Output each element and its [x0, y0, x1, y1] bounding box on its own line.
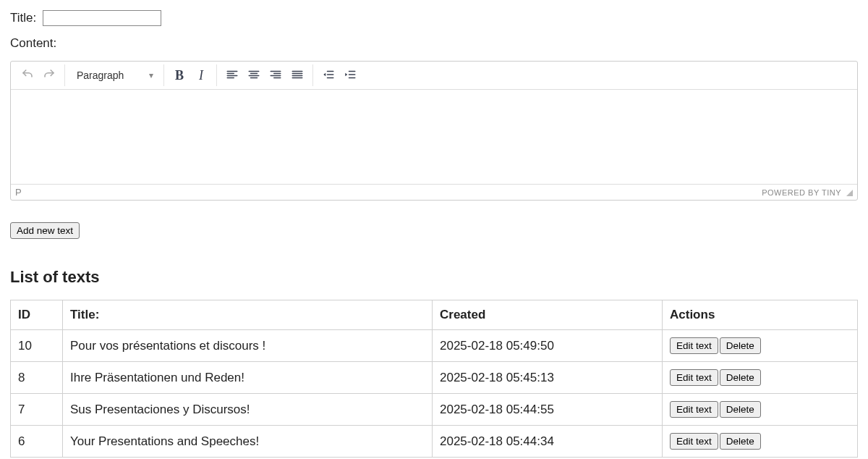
- redo-button[interactable]: [38, 64, 60, 86]
- format-select[interactable]: Paragraph ▾: [69, 64, 159, 86]
- cell-created: 2025-02-18 05:49:50: [433, 330, 663, 362]
- outdent-button[interactable]: [318, 64, 339, 86]
- col-header-title: Title:: [63, 300, 433, 330]
- align-right-icon: [269, 68, 282, 83]
- indent-icon: [344, 68, 357, 83]
- title-input[interactable]: [43, 10, 161, 26]
- cell-actions: Edit textDelete: [663, 362, 858, 394]
- powered-by-label: POWERED BY TINY: [762, 188, 841, 197]
- chevron-down-icon: ▾: [149, 70, 153, 80]
- cell-actions: Edit textDelete: [663, 394, 858, 426]
- cell-created: 2025-02-18 05:45:13: [433, 362, 663, 394]
- editor-statusbar: P POWERED BY TINY: [11, 184, 857, 200]
- delete-button[interactable]: Delete: [720, 337, 761, 354]
- editor-body[interactable]: [11, 90, 857, 184]
- delete-button[interactable]: Delete: [720, 433, 761, 450]
- redo-icon: [43, 68, 56, 83]
- edit-text-button[interactable]: Edit text: [670, 433, 718, 450]
- cell-actions: Edit textDelete: [663, 426, 858, 458]
- texts-table: ID Title: Created Actions 10Pour vos pré…: [10, 300, 858, 458]
- cell-title: Pour vos présentations et discours !: [63, 330, 433, 362]
- table-row: 8Ihre Präsentationen und Reden!2025-02-1…: [11, 362, 858, 394]
- align-center-icon: [247, 68, 260, 83]
- undo-button[interactable]: [17, 64, 38, 86]
- cell-actions: Edit textDelete: [663, 330, 858, 362]
- align-justify-icon: [291, 68, 304, 83]
- delete-button[interactable]: Delete: [720, 369, 761, 386]
- italic-icon: I: [199, 68, 203, 83]
- title-label: Title:: [10, 11, 36, 25]
- align-left-button[interactable]: [221, 64, 243, 86]
- rich-text-editor: Paragraph ▾ B I: [10, 61, 858, 201]
- edit-text-button[interactable]: Edit text: [670, 337, 718, 354]
- cell-id: 8: [11, 362, 63, 394]
- cell-created: 2025-02-18 05:44:55: [433, 394, 663, 426]
- content-label: Content:: [10, 36, 56, 50]
- bold-button[interactable]: B: [169, 64, 190, 86]
- col-header-id: ID: [11, 300, 63, 330]
- add-new-text-button[interactable]: Add new text: [10, 222, 80, 239]
- resize-handle-icon[interactable]: [846, 189, 853, 196]
- cell-title: Ihre Präsentationen und Reden!: [63, 362, 433, 394]
- align-right-button[interactable]: [265, 64, 286, 86]
- delete-button[interactable]: Delete: [720, 401, 761, 418]
- editor-toolbar: Paragraph ▾ B I: [11, 62, 857, 90]
- cell-id: 7: [11, 394, 63, 426]
- col-header-created: Created: [433, 300, 663, 330]
- align-center-button[interactable]: [243, 64, 265, 86]
- format-select-label: Paragraph: [77, 70, 124, 81]
- editor-element-path: P: [15, 187, 22, 198]
- table-row: 10Pour vos présentations et discours !20…: [11, 330, 858, 362]
- outdent-icon: [322, 68, 335, 83]
- align-left-icon: [226, 68, 239, 83]
- bold-icon: B: [175, 68, 184, 83]
- cell-id: 6: [11, 426, 63, 458]
- cell-id: 10: [11, 330, 63, 362]
- undo-icon: [21, 68, 34, 83]
- edit-text-button[interactable]: Edit text: [670, 369, 718, 386]
- col-header-actions: Actions: [663, 300, 858, 330]
- italic-button[interactable]: I: [190, 64, 212, 86]
- table-row: 7Sus Presentaciones y Discursos!2025-02-…: [11, 394, 858, 426]
- indent-button[interactable]: [339, 64, 361, 86]
- table-row: 6Your Presentations and Speeches!2025-02…: [11, 426, 858, 458]
- align-justify-button[interactable]: [286, 64, 308, 86]
- cell-created: 2025-02-18 05:44:34: [433, 426, 663, 458]
- edit-text-button[interactable]: Edit text: [670, 401, 718, 418]
- list-heading: List of texts: [10, 268, 858, 287]
- cell-title: Sus Presentaciones y Discursos!: [63, 394, 433, 426]
- cell-title: Your Presentations and Speeches!: [63, 426, 433, 458]
